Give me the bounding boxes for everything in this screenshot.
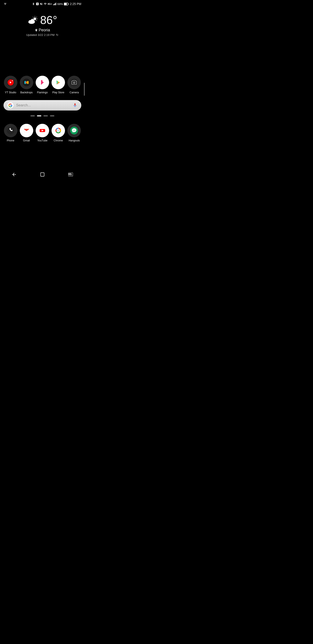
svg-rect-51 bbox=[75, 130, 75, 130]
app-grid: YT Studio Backdrops Flamingo bbox=[0, 76, 85, 94]
wifi-icon bbox=[44, 2, 47, 6]
yt-studio-label: YT Studio bbox=[5, 91, 16, 94]
nfc-icon bbox=[36, 2, 39, 6]
app-play-store[interactable]: Play Store bbox=[51, 76, 66, 94]
status-left bbox=[3, 2, 7, 6]
svg-point-33 bbox=[74, 82, 75, 83]
app-flamingo[interactable]: Flamingo bbox=[35, 76, 50, 94]
weather-widget[interactable]: 86° Peoria Updated 3/22 2:19 PM ↻ bbox=[0, 7, 85, 41]
youtube-label: YouTube bbox=[37, 139, 47, 142]
svg-rect-4 bbox=[56, 2, 56, 5]
location-pin-icon bbox=[35, 29, 38, 32]
status-bar: 4G+ 68% 2:25 PM bbox=[0, 0, 85, 7]
svg-rect-49 bbox=[73, 130, 74, 130]
flamingo-icon bbox=[36, 76, 49, 89]
svg-rect-25 bbox=[25, 82, 27, 83]
status-time: 2:25 PM bbox=[70, 2, 81, 6]
mute-icon bbox=[40, 2, 43, 6]
weather-icon bbox=[28, 16, 38, 24]
nav-bar bbox=[0, 168, 85, 184]
app-backdrops[interactable]: Backdrops bbox=[19, 76, 34, 94]
home-button[interactable] bbox=[37, 171, 47, 179]
dock-hangouts[interactable]: Hangouts bbox=[67, 124, 81, 142]
svg-rect-3 bbox=[55, 3, 55, 5]
page-dot-0[interactable] bbox=[30, 115, 35, 116]
svg-line-13 bbox=[33, 17, 33, 18]
svg-point-19 bbox=[30, 19, 34, 23]
camera-icon bbox=[67, 76, 81, 89]
svg-rect-50 bbox=[74, 130, 74, 130]
dock-gmail[interactable]: Gmail bbox=[19, 124, 34, 142]
chrome-icon bbox=[51, 124, 65, 137]
page-dot-1[interactable] bbox=[37, 115, 41, 116]
page-dots bbox=[0, 115, 85, 116]
backdrops-label: Backdrops bbox=[20, 91, 33, 94]
dock-chrome[interactable]: Chrome bbox=[51, 124, 66, 142]
temperature: 86° bbox=[40, 14, 57, 26]
hangouts-label: Hangouts bbox=[69, 139, 80, 142]
svg-rect-2 bbox=[54, 4, 55, 5]
svg-rect-1 bbox=[54, 4, 54, 5]
dock: Phone Gmail bbox=[0, 120, 85, 146]
notification-icon bbox=[3, 2, 7, 6]
back-button[interactable] bbox=[9, 171, 19, 179]
svg-rect-26 bbox=[27, 81, 29, 84]
youtube-icon bbox=[36, 124, 49, 137]
page-dot-3[interactable] bbox=[50, 115, 54, 116]
page-dot-2[interactable] bbox=[43, 115, 48, 116]
signal-icon bbox=[53, 2, 56, 6]
play-store-label: Play Store bbox=[52, 91, 64, 94]
weather-updated: Updated 3/22 2:19 PM ↻ bbox=[0, 33, 85, 36]
camera-label: Camera bbox=[69, 91, 79, 94]
app-camera[interactable]: Camera bbox=[67, 76, 81, 94]
city-name: Peoria bbox=[39, 28, 50, 32]
status-right: 4G+ 68% 2:25 PM bbox=[32, 2, 81, 6]
battery-percent: 68% bbox=[57, 2, 63, 6]
recents-button[interactable] bbox=[65, 171, 76, 179]
phone-icon bbox=[4, 124, 17, 137]
yt-studio-icon bbox=[4, 76, 17, 89]
backdrops-icon bbox=[20, 76, 33, 89]
dock-phone[interactable]: Phone bbox=[3, 124, 18, 142]
google-logo bbox=[7, 102, 13, 108]
svg-rect-0 bbox=[53, 4, 53, 5]
scroll-indicator bbox=[84, 83, 85, 96]
gmail-label: Gmail bbox=[23, 139, 30, 142]
dock-youtube[interactable]: YouTube bbox=[35, 124, 50, 142]
network-type: 4G+ bbox=[48, 2, 52, 5]
phone-label: Phone bbox=[7, 139, 14, 142]
weather-main: 86° bbox=[0, 14, 85, 26]
svg-point-47 bbox=[58, 130, 59, 131]
weather-location: Peoria bbox=[0, 28, 85, 32]
battery-icon bbox=[64, 2, 69, 6]
gmail-icon bbox=[20, 124, 33, 137]
play-store-icon bbox=[51, 76, 65, 89]
google-search-bar[interactable]: Search... bbox=[3, 100, 81, 110]
svg-rect-6 bbox=[64, 3, 67, 5]
chrome-label: Chrome bbox=[54, 139, 63, 142]
search-placeholder: Search... bbox=[16, 103, 70, 108]
app-yt-studio[interactable]: YT Studio bbox=[3, 76, 18, 94]
flamingo-label: Flamingo bbox=[37, 91, 48, 94]
mic-icon[interactable] bbox=[73, 103, 77, 108]
svg-rect-7 bbox=[68, 4, 68, 4]
svg-rect-52 bbox=[41, 173, 44, 176]
svg-line-14 bbox=[36, 20, 37, 21]
hangouts-icon bbox=[67, 124, 81, 137]
bluetooth-icon bbox=[32, 2, 35, 6]
svg-line-15 bbox=[36, 17, 37, 18]
